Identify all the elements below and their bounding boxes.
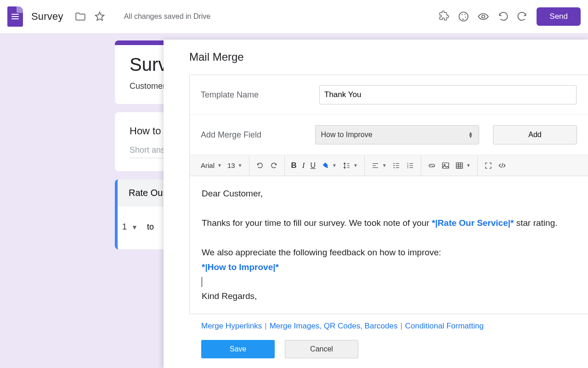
code-view-button[interactable] (495, 159, 509, 172)
font-family-select[interactable]: Arial▼ (198, 159, 225, 172)
svg-point-7 (393, 165, 394, 166)
fill-color-button[interactable]: ▼ (318, 159, 339, 172)
mail-merge-panel: Mail Merge Template Name Add Merge Field… (164, 40, 588, 368)
add-field-button[interactable]: Add (493, 125, 577, 144)
folder-icon[interactable] (74, 11, 86, 23)
redo-icon[interactable] (516, 11, 528, 23)
chevron-down-icon: ▼ (332, 163, 337, 168)
document-title[interactable]: Survey (31, 11, 63, 23)
scale-low-value: 1 (122, 222, 127, 232)
svg-rect-14 (456, 163, 463, 168)
merge-field-value: How to Improve (321, 131, 373, 139)
addons-icon[interactable] (438, 11, 450, 23)
forms-logo (7, 6, 23, 27)
chevron-down-icon: ▼ (466, 163, 471, 168)
font-size-select[interactable]: 13▼ (225, 159, 245, 172)
select-arrows-icon: ▲▼ (468, 132, 473, 138)
merge-hyperlinks-link[interactable]: Merge Hyperlinks (201, 322, 262, 330)
svg-point-5 (327, 167, 328, 168)
panel-title: Mail Merge (189, 51, 588, 63)
align-button[interactable]: ▼ (368, 159, 390, 172)
merge-images-link[interactable]: Merge Images, QR Codes, Barcodes (270, 322, 398, 330)
merge-field-row: Add Merge Field How to Improve ▲▼ Add (190, 115, 588, 155)
svg-point-1 (462, 14, 463, 15)
template-name-input[interactable] (319, 85, 577, 104)
chevron-down-icon: ▼ (131, 224, 138, 231)
svg-point-4 (482, 15, 485, 18)
editor-text: Thanks for your time to fill our survey.… (202, 218, 432, 228)
star-icon[interactable] (94, 11, 106, 23)
editor-line: We also appreciate the following feedbac… (202, 245, 576, 260)
save-status: All changes saved in Drive (124, 12, 211, 21)
send-button[interactable]: Send (537, 7, 581, 26)
conditional-formatting-link[interactable]: Conditional Formatting (405, 322, 484, 330)
fullscreen-button[interactable] (481, 159, 495, 172)
template-name-row: Template Name (190, 75, 588, 115)
editor-line: Thanks for your time to fill our survey.… (202, 216, 576, 230)
app-header: Survey All changes saved in Drive Send (0, 0, 588, 33)
chevron-down-icon: ▼ (217, 163, 222, 168)
undo-button[interactable] (253, 159, 267, 172)
svg-text:3: 3 (407, 167, 408, 169)
palette-icon[interactable] (458, 11, 469, 23)
chevron-down-icon: ▼ (382, 163, 387, 168)
chevron-down-icon: ▼ (353, 163, 358, 168)
line-height-button[interactable]: ▼ (339, 159, 361, 172)
scale-low-select[interactable]: 1 ▼ (122, 222, 138, 232)
text-cursor (202, 277, 202, 287)
panel-actions: Save Cancel (189, 336, 588, 358)
scale-to-label: to (147, 222, 154, 232)
editor-text: star rating. (514, 218, 557, 228)
image-button[interactable] (439, 159, 452, 172)
merge-field-select[interactable]: How to Improve ▲▼ (315, 125, 479, 144)
editor-line: Kind Regards, (202, 289, 576, 304)
undo-icon[interactable] (497, 11, 509, 23)
link-button[interactable] (425, 159, 439, 172)
panel-links: Merge Hyperlinks|Merge Images, QR Codes,… (189, 314, 588, 336)
table-button[interactable]: ▼ (452, 159, 474, 172)
editor-toolbar: Arial▼ 13▼ B I U ▼ ▼ ▼ 123 (190, 155, 588, 176)
redo-button[interactable] (267, 159, 281, 172)
svg-point-6 (393, 163, 394, 164)
svg-point-2 (464, 14, 465, 15)
email-body-editor[interactable]: Dear Customer, Thanks for your time to f… (190, 176, 588, 314)
merge-token: *|How to Improve|* (202, 260, 576, 275)
save-button[interactable]: Save (201, 340, 275, 358)
svg-rect-12 (442, 163, 449, 168)
editor-line: Dear Customer, (202, 186, 576, 201)
eye-icon[interactable] (477, 11, 490, 23)
italic-button[interactable]: I (300, 159, 308, 172)
svg-point-3 (465, 17, 466, 17)
merge-field-label: Add Merge Field (201, 130, 315, 140)
svg-point-8 (393, 167, 394, 168)
number-list-button[interactable]: 123 (403, 159, 417, 172)
underline-button[interactable]: U (307, 159, 318, 172)
chevron-down-icon: ▼ (238, 163, 243, 168)
merge-token: *|Rate Our Service|* (432, 218, 514, 228)
bullet-list-button[interactable] (390, 159, 403, 172)
bold-button[interactable]: B (288, 159, 300, 172)
template-name-label: Template Name (201, 90, 319, 100)
cancel-button[interactable]: Cancel (285, 340, 358, 358)
